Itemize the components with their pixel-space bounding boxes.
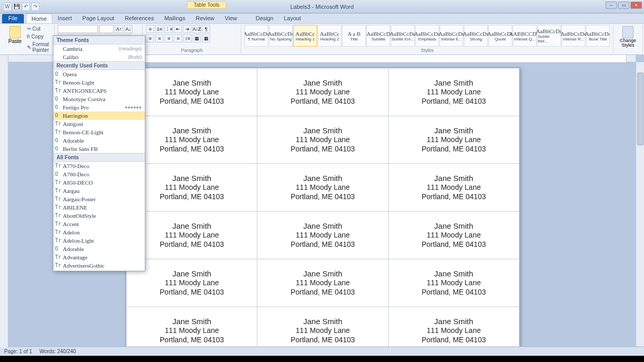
font-option-opera[interactable]: OOpera: [53, 70, 145, 78]
font-name-selector[interactable]: [58, 25, 98, 33]
font-option-fertigo-pro[interactable]: OFertigo Pro●●●●●●: [53, 103, 145, 112]
style--normal[interactable]: AaBbCcDc¶ Normal: [244, 25, 268, 47]
font-option-abilene[interactable]: TrABILENE: [53, 203, 145, 212]
font-option-cambria[interactable]: Cambria(Headings): [53, 45, 145, 53]
align-left-button[interactable]: ≡: [146, 34, 154, 43]
label-cell[interactable]: Jane Smith111 Moody LanePortland, ME 041…: [388, 259, 519, 307]
format-painter-button[interactable]: ✎Format Painter: [25, 40, 51, 54]
label-cell[interactable]: Jane Smith111 Moody LanePortland, ME 041…: [127, 212, 257, 259]
label-cell[interactable]: Jane Smith111 Moody LanePortland, ME 041…: [388, 307, 519, 348]
copy-button[interactable]: ⎘Copy: [25, 33, 51, 40]
redo-icon[interactable]: ↷: [31, 3, 39, 11]
status-page[interactable]: Page: 1 of 1: [4, 349, 32, 354]
tab-layout[interactable]: Layout: [279, 13, 306, 23]
tab-file[interactable]: File: [2, 14, 24, 23]
label-cell[interactable]: Jane Smith111 Moody LanePortland, ME 041…: [388, 212, 519, 259]
style-intense-e-[interactable]: AaBbCcDcIntense E...: [440, 25, 463, 47]
font-option-antigonecaps[interactable]: TrANTIGONECAPS: [53, 87, 145, 95]
font-option-benson-light[interactable]: TrBenson-Light: [53, 78, 145, 87]
label-cell[interactable]: Jane Smith111 Moody LanePortland, ME 041…: [257, 164, 388, 212]
borders-button[interactable]: ▦: [202, 34, 210, 43]
font-option-advantage[interactable]: TrAdvantage: [53, 253, 145, 261]
close-button[interactable]: ×: [631, 2, 642, 9]
style-no-spacing[interactable]: AaBbCcDcNo Spacing: [269, 25, 293, 47]
font-option-agency-fb[interactable]: OAgency FB: [53, 270, 145, 271]
font-option-monotype-corsiva[interactable]: OMonotype Corsiva: [53, 95, 145, 103]
label-cell[interactable]: Jane Smith111 Moody LanePortland, ME 041…: [257, 259, 388, 307]
numbering-button[interactable]: 1≡: [155, 25, 163, 33]
maximize-button[interactable]: ▭: [618, 2, 629, 9]
font-option-abottoldstyle[interactable]: TrAbottOldStyle: [53, 212, 145, 220]
style-strong[interactable]: AaBbCcDcStrong: [464, 25, 488, 47]
vertical-ruler[interactable]: [0, 55, 8, 347]
tab-mailings[interactable]: Mailings: [159, 13, 190, 23]
change-styles-button[interactable]: Change Styles: [616, 25, 639, 49]
grow-font-button[interactable]: A↑: [115, 25, 123, 33]
label-cell[interactable]: Jane Smith111 Moody LanePortland, ME 041…: [127, 259, 257, 307]
font-option-adelon-light[interactable]: TrAdelon-Light: [53, 236, 145, 245]
status-words[interactable]: Words: 240/240: [39, 349, 76, 354]
style-subtle-em-[interactable]: AaBbCcDcSubtle Em...: [391, 25, 415, 47]
align-right-button[interactable]: ≡: [165, 34, 173, 43]
bullets-button[interactable]: ≡: [146, 25, 154, 33]
tab-home[interactable]: Home: [26, 13, 52, 23]
style-book-title[interactable]: AaBbCcDcBook Title: [586, 25, 610, 47]
style-emphasis[interactable]: AaBbCcDcEmphasis: [415, 25, 439, 47]
label-cell[interactable]: Jane Smith111 Moody LanePortland, ME 041…: [257, 307, 388, 348]
label-cell[interactable]: Jane Smith111 Moody LanePortland, ME 041…: [388, 68, 519, 116]
style-subtitle[interactable]: AaBbCcDSubtitle: [366, 25, 390, 47]
font-option-a770-deco[interactable]: TrA770-Deco: [53, 162, 145, 170]
font-option-accent[interactable]: TrAccent: [53, 220, 145, 228]
style-subtle-ref-[interactable]: AaBbCcDcSubtle Ref...: [537, 25, 561, 47]
minimize-button[interactable]: –: [606, 2, 617, 9]
font-option-adorable[interactable]: OAdorable: [53, 245, 145, 253]
tab-view[interactable]: View: [220, 13, 242, 23]
style-intense-r-[interactable]: AaBbCcDcIntense R...: [561, 25, 585, 47]
paste-button[interactable]: Paste: [5, 25, 25, 54]
tab-insert[interactable]: Insert: [52, 13, 77, 23]
show-marks-button[interactable]: ¶: [202, 25, 210, 33]
scroll-thumb[interactable]: [637, 73, 643, 145]
increase-indent-button[interactable]: ⇥: [183, 25, 191, 33]
font-option-adelon[interactable]: TrAdelon: [53, 228, 145, 236]
font-option-aargau[interactable]: TrAargau: [53, 187, 145, 195]
font-size-selector[interactable]: [99, 25, 114, 33]
label-cell[interactable]: Jane Smith111 Moody LanePortland, ME 041…: [257, 68, 388, 116]
line-spacing-button[interactable]: ↕≡: [183, 34, 191, 43]
label-cell[interactable]: Jane Smith111 Moody LanePortland, ME 041…: [127, 164, 257, 212]
font-option-antigoni[interactable]: TrAntigoni: [53, 120, 145, 128]
align-center-button[interactable]: ≡: [155, 34, 163, 43]
label-cell[interactable]: Jane Smith111 Moody LanePortland, ME 041…: [388, 116, 519, 164]
save-icon[interactable]: 💾: [12, 3, 21, 11]
label-cell[interactable]: Jane Smith111 Moody LanePortland, ME 041…: [388, 164, 519, 212]
font-option-berlin-sans-fb[interactable]: OBerlin Sans FB: [53, 145, 145, 153]
shrink-font-button[interactable]: A↓: [124, 25, 132, 33]
font-option-a780-deco[interactable]: OA780-Deco: [53, 170, 145, 178]
style-intense-q-[interactable]: AABBCCDDIntense Q...: [513, 25, 537, 47]
tab-page-layout[interactable]: Page Layout: [77, 13, 120, 23]
font-option-aargau-poster[interactable]: TrAargau-Poster: [53, 195, 145, 203]
style-heading-2[interactable]: AaBbCcHeading 2: [318, 25, 341, 47]
cut-button[interactable]: ✂Cut: [25, 25, 51, 33]
label-cell[interactable]: Jane Smith111 Moody LanePortland, ME 041…: [127, 68, 257, 116]
font-option-advertisersgothic[interactable]: TrAdvertisersGothic: [53, 261, 145, 270]
font-option-adorable[interactable]: OAdorable: [53, 136, 145, 145]
page[interactable]: Jane Smith111 Moody LanePortland, ME 041…: [126, 67, 520, 347]
font-option-benson-ce-light[interactable]: TrBenson-CE-Light: [53, 128, 145, 136]
decrease-indent-button[interactable]: ⇤: [174, 25, 182, 33]
label-cell[interactable]: Jane Smith111 Moody LanePortland, ME 041…: [127, 307, 257, 348]
justify-button[interactable]: ≡: [174, 34, 182, 43]
font-option-calibri[interactable]: Calibri(Body): [53, 53, 145, 61]
font-option-harrington[interactable]: OHarrington: [53, 112, 145, 120]
undo-icon[interactable]: ↶: [22, 3, 30, 11]
font-option-a850-deco[interactable]: TrA850-DECO: [53, 178, 145, 187]
shading-button[interactable]: ▦: [193, 34, 201, 43]
label-cell[interactable]: Jane Smith111 Moody LanePortland, ME 041…: [257, 212, 388, 259]
tab-references[interactable]: References: [119, 13, 159, 23]
tab-design[interactable]: Design: [251, 13, 279, 23]
label-cell[interactable]: Jane Smith111 Moody LanePortland, ME 041…: [257, 116, 388, 164]
multilevel-button[interactable]: ⋮≡: [165, 25, 173, 33]
tab-review[interactable]: Review: [190, 13, 220, 23]
style-title[interactable]: A a BTitle: [342, 25, 366, 47]
style-heading-1[interactable]: AaBbCcHeading 1: [293, 25, 317, 47]
